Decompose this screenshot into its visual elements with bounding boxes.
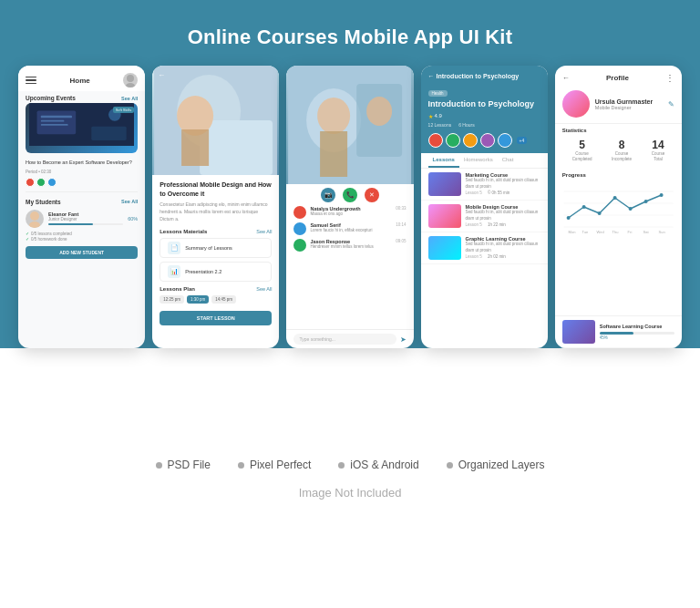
event-avatars xyxy=(18,176,145,189)
course-info-1: Marketing Course Sed faucib hi in, aliit… xyxy=(466,172,540,195)
phone5-back-icon[interactable]: ← xyxy=(562,74,570,82)
course-badge: Health xyxy=(428,90,448,97)
svg-rect-19 xyxy=(321,131,348,177)
phone-profile: ← Profile ⋮ Ursula Gurnmaster Mobile Des… xyxy=(555,66,682,348)
video-controls: 📷 📞 ✕ xyxy=(286,184,413,204)
event-card[interactable]: Soft Skills xyxy=(26,103,138,153)
course-thumb-1 xyxy=(428,172,461,196)
tab-chat[interactable]: Chat xyxy=(498,153,519,168)
feature-layers: Organized Layers xyxy=(447,459,545,471)
course-info-3: Graphic Learning Course Sed faucib hi in… xyxy=(466,236,540,259)
instructor-av-5 xyxy=(498,133,512,148)
tab-lessons[interactable]: Lessons xyxy=(428,153,459,168)
software-course-item[interactable]: Software Learning Course 45% xyxy=(555,315,682,348)
phone-home: Home Upcoming Events See All S xyxy=(18,66,145,348)
svg-text:Fri: Fri xyxy=(627,230,632,234)
event-title: How to Become an Expert Software Develop… xyxy=(18,157,145,170)
instructor-av-2 xyxy=(446,133,460,148)
stats-row: 5 CourseCompleted 8 CourseIncomplete 14 … xyxy=(562,137,674,169)
feature-label-4: Organized Layers xyxy=(458,459,545,471)
chat-message-1: Natalya Undergrowth 00:33 Massa et ons a… xyxy=(286,204,413,221)
stat-total: 14 CourseTotal xyxy=(652,139,665,163)
phone-details: ← Introduction to Psychology Health Intr… xyxy=(421,66,548,348)
svg-text:Thu: Thu xyxy=(612,230,618,234)
my-students-label: My Students See All xyxy=(18,195,145,207)
svg-point-1 xyxy=(126,83,135,88)
feature-dot-1 xyxy=(156,462,162,469)
phone4-back-icon[interactable]: ← Introduction to Psychology xyxy=(428,73,540,79)
instructors-row: +4 xyxy=(428,133,540,148)
start-lesson-button[interactable]: START LESSON xyxy=(160,311,272,325)
phone2-course-sub: Consectetur Eiam adipiscing elo, minim e… xyxy=(152,201,279,226)
course-meta: 12 Lessons 6 Hours xyxy=(428,122,535,128)
avatar-3 xyxy=(47,178,57,187)
chat-input[interactable]: Type something... xyxy=(293,334,396,345)
svg-point-32 xyxy=(659,193,663,197)
phone5-menu-icon[interactable]: ⋮ xyxy=(665,73,674,83)
feature-pixel: Pixel Perfect xyxy=(238,459,311,471)
phone2-hero-image: ← xyxy=(152,66,279,175)
svg-rect-13 xyxy=(200,120,273,175)
time-slot-1[interactable]: 12:25 pm xyxy=(160,295,184,304)
chat-content-3: Jason Response 09:05 Hendreser minim tel… xyxy=(310,239,406,249)
chat-message-3: Jason Response 09:05 Hendreser minim tel… xyxy=(286,237,413,253)
svg-point-29 xyxy=(612,196,616,200)
phone-button[interactable]: 📞 xyxy=(343,188,357,202)
svg-text:Mon: Mon xyxy=(568,230,575,234)
time-slot-3[interactable]: 14:45 pm xyxy=(211,295,236,304)
presentation-icon: 📊 xyxy=(168,265,180,278)
time-slot-2[interactable]: 1:30 pm xyxy=(187,295,209,304)
avatar-1 xyxy=(26,178,35,187)
features-row: PSD File Pixel Perfect iOS & Android Org… xyxy=(156,444,545,479)
camera-button[interactable]: 📷 xyxy=(321,188,335,202)
plus-badge: +4 xyxy=(517,137,528,144)
progress-percent: 60% xyxy=(128,216,138,222)
stat-completed: 5 CourseCompleted xyxy=(572,139,592,163)
feature-dot-4 xyxy=(447,462,453,469)
feature-label-3: iOS & Android xyxy=(350,459,418,471)
event-badge: Soft Skills xyxy=(113,107,135,113)
send-icon[interactable]: ➤ xyxy=(400,335,407,344)
feature-psd: PSD File xyxy=(156,459,211,471)
tab-homeworks[interactable]: Homeworks xyxy=(459,153,498,168)
profile-text: Ursula Gurnmaster Mobile Designer xyxy=(595,98,653,110)
progress-bar xyxy=(48,223,123,225)
svg-rect-3 xyxy=(37,111,77,135)
phone3-video-area xyxy=(286,66,413,184)
chat-content-1: Natalya Undergrowth 00:33 Massa et ons a… xyxy=(310,206,406,216)
title-section: Online Courses Mobile App UI Kit xyxy=(0,0,700,66)
profile-avatar xyxy=(562,90,590,118)
image-not-included-label: Image Not Included xyxy=(299,486,402,512)
phone2-course-title: Professional Mobile Design and How to Ov… xyxy=(152,175,279,201)
hamburger-icon[interactable] xyxy=(26,77,36,85)
svg-rect-8 xyxy=(91,127,126,140)
student-avatar xyxy=(26,210,44,228)
course-item-2[interactable]: Mobile Design Course Sed faucib hi in, a… xyxy=(421,201,548,232)
material-item-1[interactable]: 📄 Summary of Lessons xyxy=(160,238,272,258)
document-icon: 📄 xyxy=(168,242,180,254)
phone-chat: 📷 📞 ✕ Natalya Undergrowth 00:33 Massa et… xyxy=(286,66,413,348)
svg-text:Tue: Tue xyxy=(582,230,589,234)
course-item-1[interactable]: Marketing Course Sed faucib hi in, aliit… xyxy=(421,169,548,201)
back-icon[interactable]: ← xyxy=(158,71,165,79)
course-item-3[interactable]: Graphic Learning Course Sed faucib hi in… xyxy=(421,232,548,264)
course-info-2: Mobile Design Course Sed faucib hi in, a… xyxy=(466,204,540,227)
student-info: Eleanor Fant Junior Designer xyxy=(48,211,123,225)
instructor-av-3 xyxy=(463,133,478,148)
time-slots-row: 12:25 pm 1:30 pm 14:45 pm xyxy=(152,294,279,307)
page-title: Online Courses Mobile App UI Kit xyxy=(0,26,700,49)
phones-container: Home Upcoming Events See All S xyxy=(0,66,700,348)
avatar-2 xyxy=(36,178,46,187)
edit-icon[interactable]: ✎ xyxy=(668,100,674,108)
software-course-info: Software Learning Course 45% xyxy=(600,324,674,340)
end-call-button[interactable]: ✕ xyxy=(365,188,379,202)
svg-point-0 xyxy=(127,75,134,82)
chat-content-2: Samuel Serif 10:14 Lorem faucix hi in, e… xyxy=(310,222,406,232)
white-section: PSD File Pixel Perfect iOS & Android Org… xyxy=(0,348,700,608)
add-student-button[interactable]: ADD NEW STUDENT xyxy=(26,246,138,259)
material-item-2[interactable]: 📊 Presentation 2.2 xyxy=(160,262,272,282)
chat-avatar-2 xyxy=(293,222,306,235)
user-avatar[interactable] xyxy=(123,73,138,88)
course-thumb-3 xyxy=(428,236,461,260)
phone5-header: ← Profile ⋮ xyxy=(555,66,682,87)
